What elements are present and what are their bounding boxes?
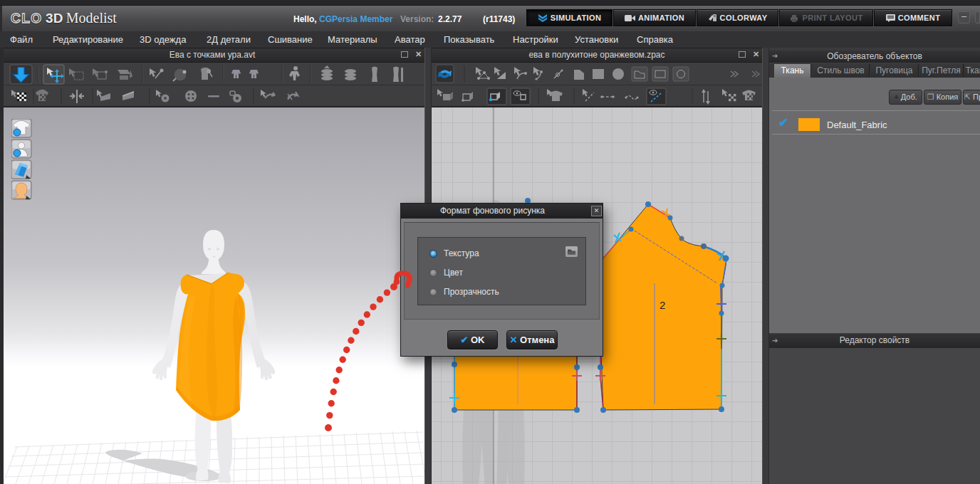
svg-text:2: 2 — [660, 299, 665, 311]
